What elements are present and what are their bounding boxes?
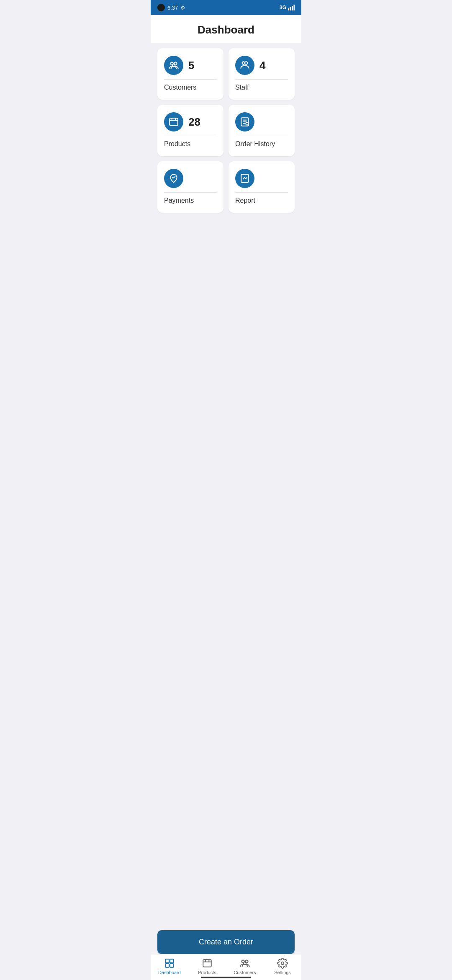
customers-icon <box>164 56 183 75</box>
customers-card-icon-row: 5 <box>164 56 217 75</box>
header: Dashboard <box>151 15 301 43</box>
report-label: Report <box>235 197 288 204</box>
order-history-divider <box>235 136 288 136</box>
payments-icon-row <box>164 169 217 188</box>
products-card[interactable]: 28 Products <box>157 105 223 156</box>
customers-count: 5 <box>188 59 194 72</box>
svg-marker-0 <box>288 8 289 10</box>
report-divider <box>235 192 288 193</box>
svg-marker-1 <box>290 7 291 10</box>
staff-divider <box>235 79 288 80</box>
customers-divider <box>164 79 217 80</box>
staff-label: Staff <box>235 84 288 91</box>
report-icon-row <box>235 169 288 188</box>
products-count: 28 <box>188 116 200 129</box>
svg-marker-2 <box>292 6 293 10</box>
staff-count: 4 <box>259 59 265 72</box>
report-icon <box>235 169 254 188</box>
order-history-icon-row <box>235 112 288 132</box>
products-label: Products <box>164 140 217 148</box>
order-history-icon <box>235 112 254 132</box>
staff-card[interactable]: 4 Staff <box>229 48 295 100</box>
products-divider <box>164 136 217 136</box>
dashboard-grid: 5 Customers 4 Staff <box>157 48 295 213</box>
network-indicator: 3G <box>280 5 286 10</box>
customers-label: Customers <box>164 84 217 91</box>
status-time: 6:37 <box>167 5 178 11</box>
main-content: 5 Customers 4 Staff <box>151 43 301 255</box>
customers-card[interactable]: 5 Customers <box>157 48 223 100</box>
status-right: 3G <box>280 5 295 10</box>
payments-divider <box>164 192 217 193</box>
products-card-icon-row: 28 <box>164 112 217 132</box>
staff-card-icon-row: 4 <box>235 56 288 75</box>
svg-point-8 <box>245 62 248 64</box>
products-icon <box>164 112 183 132</box>
order-history-label: Order History <box>235 140 288 148</box>
order-history-card[interactable]: Order History <box>229 105 295 156</box>
svg-line-18 <box>248 125 249 126</box>
signal-icon <box>288 5 295 10</box>
page-title: Dashboard <box>157 23 295 36</box>
status-bar: 6:37 ⚙ 3G <box>151 0 301 15</box>
staff-icon <box>235 56 254 75</box>
svg-marker-3 <box>294 5 295 10</box>
payments-label: Payments <box>164 197 217 204</box>
svg-point-17 <box>246 122 249 125</box>
settings-gear-icon: ⚙ <box>180 5 185 11</box>
payments-card[interactable]: Payments <box>157 161 223 213</box>
svg-rect-9 <box>170 118 178 125</box>
status-dot <box>157 4 165 11</box>
report-card[interactable]: Report <box>229 161 295 213</box>
payments-icon <box>164 169 183 188</box>
status-left: 6:37 ⚙ <box>157 4 185 11</box>
